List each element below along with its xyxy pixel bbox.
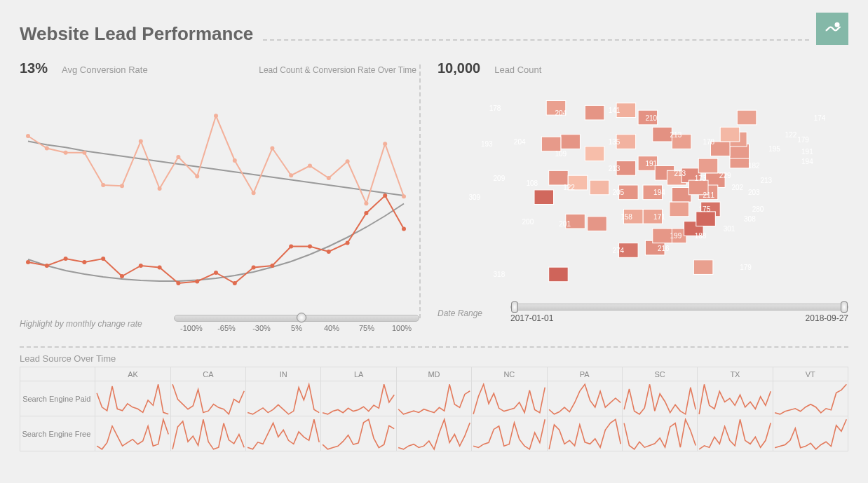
- state-TX[interactable]: [619, 243, 639, 258]
- small-multiples-title: Lead Source Over Time: [20, 353, 848, 364]
- svg-point-14: [270, 147, 274, 151]
- state-NM[interactable]: [588, 217, 607, 231]
- svg-point-41: [383, 193, 387, 198]
- spark-Search Engine Paid-PA: [547, 381, 622, 416]
- spark-Search Engine Paid-MD: [396, 381, 471, 416]
- svg-point-33: [233, 281, 237, 285]
- state-CO[interactable]: [590, 180, 609, 195]
- svg-point-22: [26, 260, 30, 264]
- date-range-slider[interactable]: [510, 304, 848, 311]
- state-WA[interactable]: [546, 100, 566, 115]
- state-AR[interactable]: [643, 209, 663, 224]
- state-OK[interactable]: [623, 209, 643, 224]
- svg-point-38: [327, 250, 331, 254]
- state-ID[interactable]: [561, 135, 581, 149]
- col-header-CA: CA: [170, 367, 245, 381]
- page-title: Website Lead Performance: [20, 23, 253, 45]
- lead-count-value: 10,000: [438, 60, 480, 76]
- state-ND[interactable]: [616, 103, 636, 118]
- state-NY[interactable]: [710, 142, 730, 156]
- spark-Search Engine Paid-SC: [622, 381, 697, 416]
- state-WV[interactable]: [689, 180, 708, 195]
- state-ME[interactable]: [737, 110, 757, 125]
- state-PA[interactable]: [698, 158, 718, 173]
- svg-point-40: [364, 211, 368, 215]
- leadcount-panel: 10,000 Lead Count 3181881712003091221941…: [421, 50, 848, 332]
- spark-Search Engine Free-PA: [547, 416, 622, 451]
- state-MN[interactable]: [638, 110, 658, 125]
- svg-point-42: [402, 227, 406, 231]
- col-header-LA: LA: [321, 367, 396, 381]
- state-AZ[interactable]: [566, 214, 585, 229]
- state-KS[interactable]: [619, 185, 639, 200]
- state-NV[interactable]: [549, 170, 569, 185]
- conversion-chart: [20, 90, 419, 308]
- state-UT[interactable]: [568, 175, 588, 190]
- lead-count-label: Lead Count: [494, 64, 541, 75]
- svg-point-31: [195, 280, 199, 284]
- svg-point-30: [176, 281, 180, 285]
- spark-Search Engine Free-NC: [472, 416, 547, 451]
- highlight-slider[interactable]: [174, 315, 419, 322]
- state-map[interactable]: 3181881712003091221941793011912042131732…: [438, 76, 848, 294]
- svg-point-2: [45, 147, 49, 151]
- conversion-chart-title: Lead Count & Conversion Rate Over Time: [259, 65, 419, 75]
- spark-Search Engine Free-MD: [396, 416, 471, 451]
- state-CA[interactable]: [534, 190, 554, 205]
- col-header-IN: IN: [246, 367, 321, 381]
- svg-point-13: [252, 191, 256, 195]
- col-header-MD: MD: [396, 367, 471, 381]
- header-divider: [263, 39, 809, 41]
- spark-Search Engine Paid-AK: [95, 381, 170, 416]
- spark-Search Engine Free-VT: [773, 416, 848, 451]
- col-header-AK: AK: [95, 367, 170, 381]
- state-VT[interactable]: [720, 127, 740, 142]
- state-FL[interactable]: [693, 260, 713, 275]
- row-header: Search Engine Paid: [20, 381, 95, 416]
- state-SD[interactable]: [616, 135, 636, 149]
- state-OR[interactable]: [541, 137, 561, 151]
- state-KY[interactable]: [672, 187, 691, 202]
- state-MI[interactable]: [672, 135, 691, 149]
- svg-point-20: [383, 142, 387, 146]
- date-range-handle-start[interactable]: [511, 301, 518, 313]
- highlight-slider-handle[interactable]: [297, 313, 306, 322]
- col-header-PA: PA: [547, 367, 622, 381]
- svg-point-16: [308, 164, 312, 168]
- svg-point-25: [82, 260, 86, 264]
- state-TN[interactable]: [670, 202, 689, 217]
- svg-point-24: [64, 257, 68, 261]
- svg-point-5: [101, 183, 105, 187]
- state-MO[interactable]: [643, 185, 663, 200]
- svg-point-15: [289, 173, 293, 177]
- col-header-VT: VT: [773, 367, 848, 381]
- state-WI[interactable]: [653, 127, 672, 142]
- svg-point-8: [158, 186, 162, 191]
- highlight-slider-label: Highlight by monthly change rate: [20, 319, 160, 329]
- svg-point-27: [120, 274, 124, 278]
- spark-Search Engine Paid-IN: [246, 381, 321, 416]
- spark-Search Engine Paid-LA: [321, 381, 396, 416]
- state-AK[interactable]: [549, 267, 569, 282]
- svg-point-6: [120, 184, 124, 188]
- svg-point-29: [158, 266, 162, 270]
- state-MS[interactable]: [653, 229, 672, 243]
- svg-point-19: [364, 201, 368, 205]
- svg-point-36: [289, 245, 293, 249]
- date-range-end: 2018-09-27: [806, 313, 848, 323]
- svg-point-21: [402, 194, 406, 198]
- section-divider: [20, 346, 848, 348]
- svg-point-10: [195, 175, 199, 179]
- state-MT[interactable]: [585, 105, 604, 120]
- spark-Search Engine Free-SC: [622, 416, 697, 451]
- state-NE[interactable]: [616, 161, 636, 176]
- row-header: Search Engine Free: [20, 416, 95, 451]
- state-IA[interactable]: [638, 156, 658, 171]
- state-WY[interactable]: [585, 147, 604, 161]
- svg-point-0: [835, 22, 840, 27]
- spark-Search Engine Free-CA: [170, 416, 245, 451]
- date-range-handle-end[interactable]: [841, 301, 848, 313]
- state-SC[interactable]: [696, 212, 716, 226]
- spark-Search Engine Free-TX: [698, 416, 773, 451]
- svg-point-18: [346, 159, 350, 163]
